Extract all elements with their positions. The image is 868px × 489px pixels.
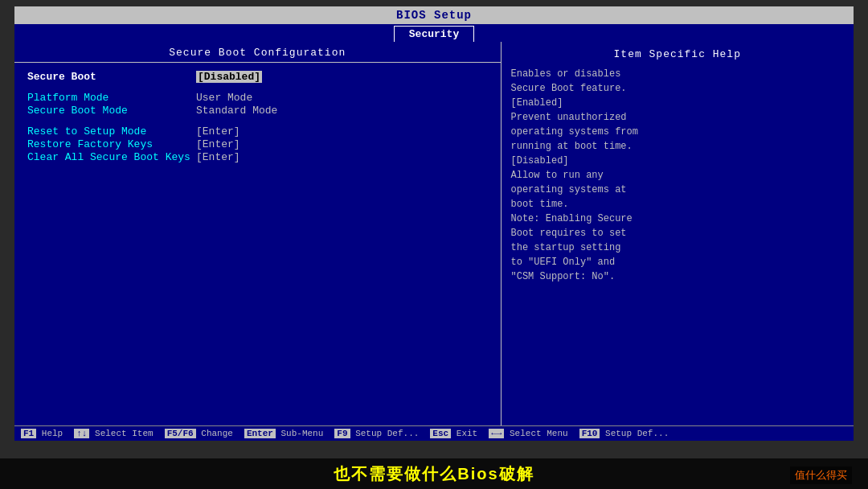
label-clear: Clear All Secure Boot Keys xyxy=(27,151,196,163)
value-reset[interactable]: [Enter] xyxy=(196,125,240,138)
overlay-bar: 也不需要做什么Bios破解 xyxy=(0,458,868,489)
value-secure-boot[interactable]: [Disabled] xyxy=(196,71,262,83)
value-clear[interactable]: [Enter] xyxy=(196,151,240,163)
help-line-4: operating systems from xyxy=(511,125,844,139)
fkey-enter: Enter Sub-Menu xyxy=(244,429,323,438)
label-secure-boot: Secure Boot xyxy=(27,71,196,83)
value-platform-mode: User Mode xyxy=(196,92,252,104)
help-line-8: operating systems at xyxy=(511,183,844,197)
menu-row-secure-boot: Secure Boot [Disabled] xyxy=(27,71,488,83)
help-line-2: [Enabled] xyxy=(511,96,844,110)
right-panel: Item Specific Help Enables or disables S… xyxy=(502,42,854,429)
menu-row-clear: Clear All Secure Boot Keys [Enter] xyxy=(27,151,488,163)
help-line-3: Prevent unauthorized xyxy=(511,110,844,125)
value-boot-mode: Standard Mode xyxy=(196,105,277,117)
config-body: Secure Boot [Disabled] Platform Mode Use… xyxy=(14,63,501,429)
menu-row-factory: Restore Factory Keys [Enter] xyxy=(27,138,488,150)
tab-security[interactable]: Security xyxy=(394,26,474,42)
fkey-leftright: ←→ Select Menu xyxy=(489,429,567,438)
help-text: Enables or disables Secure Boot feature.… xyxy=(511,67,844,284)
fkey-f10: F10 Setup Def... xyxy=(579,429,669,438)
help-line-1: Secure Boot feature. xyxy=(511,81,844,96)
title-text: BIOS Setup xyxy=(396,9,472,22)
label-reset: Reset to Setup Mode xyxy=(27,125,196,138)
help-line-12: the startup setting xyxy=(511,240,844,255)
help-line-9: boot time. xyxy=(511,197,844,212)
help-line-6: [Disabled] xyxy=(511,154,844,168)
watermark: 值什么得买 xyxy=(790,466,852,484)
help-line-5: running at boot time. xyxy=(511,139,844,154)
fkey-f9: F9 Setup Def... xyxy=(334,429,419,438)
monitor-frame: BIOS Setup Security Secure Boot Configur… xyxy=(0,0,868,489)
help-line-14: "CSM Support: No". xyxy=(511,269,844,284)
main-content: Secure Boot Configuration Secure Boot [D… xyxy=(14,42,854,429)
value-factory[interactable]: [Enter] xyxy=(196,138,240,150)
overlay-chinese-text: 也不需要做什么Bios破解 xyxy=(334,463,534,485)
fkey-f5f6: F5/F6 Change xyxy=(165,429,233,438)
bios-screen: BIOS Setup Security Secure Boot Configur… xyxy=(14,6,854,441)
menu-row-boot-mode: Secure Boot Mode Standard Mode xyxy=(27,105,488,117)
tab-bar: Security xyxy=(14,24,854,42)
help-line-11: Boot requires to set xyxy=(511,226,844,240)
title-bar: BIOS Setup xyxy=(14,6,854,24)
help-line-0: Enables or disables xyxy=(511,67,844,81)
section-title: Secure Boot Configuration xyxy=(14,42,501,63)
label-factory: Restore Factory Keys xyxy=(27,138,196,150)
help-title: Item Specific Help xyxy=(511,48,844,60)
label-platform-mode: Platform Mode xyxy=(27,92,196,104)
fkey-esc: Esc Exit xyxy=(430,429,477,438)
fkey-updown: ↑↓ Select Item xyxy=(74,429,153,438)
menu-row-reset: Reset to Setup Mode [Enter] xyxy=(27,125,488,138)
help-line-13: to "UEFI Only" and xyxy=(511,255,844,269)
help-line-10: Note: Enabling Secure xyxy=(511,212,844,226)
fkey-f1: F1 Help xyxy=(21,429,63,438)
left-panel: Secure Boot Configuration Secure Boot [D… xyxy=(14,42,502,429)
menu-row-platform-mode: Platform Mode User Mode xyxy=(27,92,488,104)
help-line-7: Allow to run any xyxy=(511,168,844,183)
label-boot-mode: Secure Boot Mode xyxy=(27,105,196,117)
